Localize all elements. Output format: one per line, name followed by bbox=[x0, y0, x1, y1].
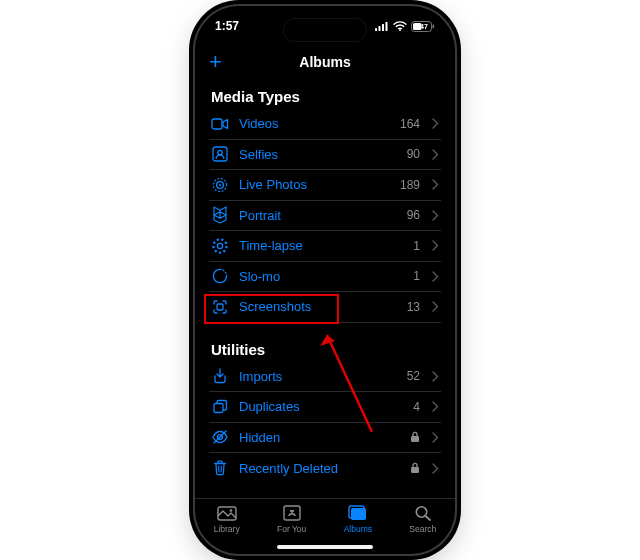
tab-label: Library bbox=[214, 524, 240, 534]
content[interactable]: Media Types Videos 164 Selfies 90 Live P… bbox=[195, 78, 455, 498]
row-count: 13 bbox=[407, 300, 420, 314]
row-label: Recently Deleted bbox=[239, 461, 400, 476]
row-label: Duplicates bbox=[239, 399, 403, 414]
svg-rect-18 bbox=[214, 403, 223, 412]
row-count: 96 bbox=[407, 208, 420, 222]
tab-albums[interactable]: Albums bbox=[344, 503, 372, 534]
row-count: 90 bbox=[407, 147, 420, 161]
svg-point-15 bbox=[217, 243, 222, 248]
row-videos[interactable]: Videos 164 bbox=[209, 109, 441, 140]
chevron-right-icon bbox=[432, 401, 439, 412]
tab-library[interactable]: Library bbox=[214, 503, 240, 534]
row-portrait[interactable]: Portrait 96 bbox=[209, 201, 441, 232]
svg-rect-24 bbox=[411, 467, 419, 473]
chevron-right-icon bbox=[432, 240, 439, 251]
row-label: Hidden bbox=[239, 430, 400, 445]
hidden-icon bbox=[211, 428, 229, 446]
svg-rect-2 bbox=[382, 24, 384, 31]
lock-icon bbox=[410, 462, 420, 474]
row-hidden[interactable]: Hidden bbox=[209, 423, 441, 454]
row-label: Imports bbox=[239, 369, 397, 384]
svg-point-4 bbox=[399, 29, 401, 31]
video-icon bbox=[211, 115, 229, 133]
lock-icon bbox=[410, 431, 420, 443]
row-label: Slo-mo bbox=[239, 269, 403, 284]
svg-point-26 bbox=[229, 509, 232, 512]
svg-rect-7 bbox=[433, 24, 435, 28]
row-screenshots[interactable]: Screenshots 13 bbox=[209, 292, 441, 323]
row-label: Selfies bbox=[239, 147, 397, 162]
silence-switch bbox=[189, 90, 193, 114]
row-slomo[interactable]: Slo-mo 1 bbox=[209, 262, 441, 293]
svg-line-31 bbox=[425, 516, 430, 520]
row-count: 52 bbox=[407, 369, 420, 383]
cellular-icon bbox=[375, 21, 389, 31]
row-duplicates[interactable]: Duplicates 4 bbox=[209, 392, 441, 423]
screenshots-icon bbox=[211, 298, 229, 316]
row-label: Time-lapse bbox=[239, 238, 403, 253]
tab-foryou[interactable]: For You bbox=[277, 503, 306, 534]
portrait-icon bbox=[211, 206, 229, 224]
chevron-right-icon bbox=[432, 210, 439, 221]
row-count: 4 bbox=[413, 400, 420, 414]
volume-up-button bbox=[189, 130, 193, 170]
chevron-right-icon bbox=[432, 463, 439, 474]
imports-icon bbox=[211, 367, 229, 385]
slomo-icon bbox=[211, 267, 229, 285]
row-label: Portrait bbox=[239, 208, 397, 223]
wifi-icon bbox=[393, 21, 407, 31]
power-button bbox=[457, 145, 461, 207]
svg-rect-9 bbox=[212, 119, 222, 129]
chevron-right-icon bbox=[432, 271, 439, 282]
timelapse-icon bbox=[211, 237, 229, 255]
foryou-icon bbox=[281, 503, 303, 523]
row-timelapse[interactable]: Time-lapse 1 bbox=[209, 231, 441, 262]
svg-rect-17 bbox=[217, 304, 223, 310]
duplicates-icon bbox=[211, 398, 229, 416]
row-count: 1 bbox=[413, 239, 420, 253]
battery-icon: 47 bbox=[411, 21, 435, 32]
row-count: 189 bbox=[400, 178, 420, 192]
row-label: Videos bbox=[239, 116, 390, 131]
row-label: Screenshots bbox=[239, 299, 397, 314]
volume-down-button bbox=[189, 178, 193, 218]
svg-point-16 bbox=[213, 239, 226, 252]
tab-label: For You bbox=[277, 524, 306, 534]
search-icon bbox=[412, 503, 434, 523]
chevron-right-icon bbox=[432, 179, 439, 190]
section-header-utilities: Utilities bbox=[211, 341, 441, 358]
svg-point-11 bbox=[218, 151, 222, 155]
livephotos-icon bbox=[211, 176, 229, 194]
albums-icon bbox=[347, 503, 369, 523]
row-livephotos[interactable]: Live Photos 189 bbox=[209, 170, 441, 201]
navbar-title: Albums bbox=[299, 54, 350, 70]
chevron-right-icon bbox=[432, 118, 439, 129]
section-header-media-types: Media Types bbox=[211, 88, 441, 105]
svg-rect-3 bbox=[386, 22, 388, 31]
phone-frame: 1:57 47 + Albums Media Types Videos 164 bbox=[195, 6, 455, 554]
svg-rect-21 bbox=[411, 436, 419, 442]
chevron-right-icon bbox=[432, 301, 439, 312]
row-label: Live Photos bbox=[239, 177, 390, 192]
home-indicator bbox=[277, 545, 373, 549]
row-recently-deleted[interactable]: Recently Deleted bbox=[209, 453, 441, 484]
navbar: + Albums bbox=[195, 46, 455, 78]
svg-rect-10 bbox=[213, 147, 227, 161]
row-selfies[interactable]: Selfies 90 bbox=[209, 140, 441, 171]
chevron-right-icon bbox=[432, 371, 439, 382]
chevron-right-icon bbox=[432, 432, 439, 443]
svg-text:47: 47 bbox=[420, 23, 428, 30]
row-imports[interactable]: Imports 52 bbox=[209, 362, 441, 393]
tab-label: Search bbox=[409, 524, 436, 534]
tab-search[interactable]: Search bbox=[409, 503, 436, 534]
dynamic-island bbox=[283, 18, 367, 42]
tab-label: Albums bbox=[344, 524, 372, 534]
status-time: 1:57 bbox=[215, 19, 239, 33]
selfies-icon bbox=[211, 145, 229, 163]
library-icon bbox=[216, 503, 238, 523]
screen: + Albums Media Types Videos 164 Selfies … bbox=[195, 6, 455, 554]
add-button[interactable]: + bbox=[209, 51, 222, 73]
svg-point-14 bbox=[219, 184, 221, 186]
trash-icon bbox=[211, 459, 229, 477]
chevron-right-icon bbox=[432, 149, 439, 160]
